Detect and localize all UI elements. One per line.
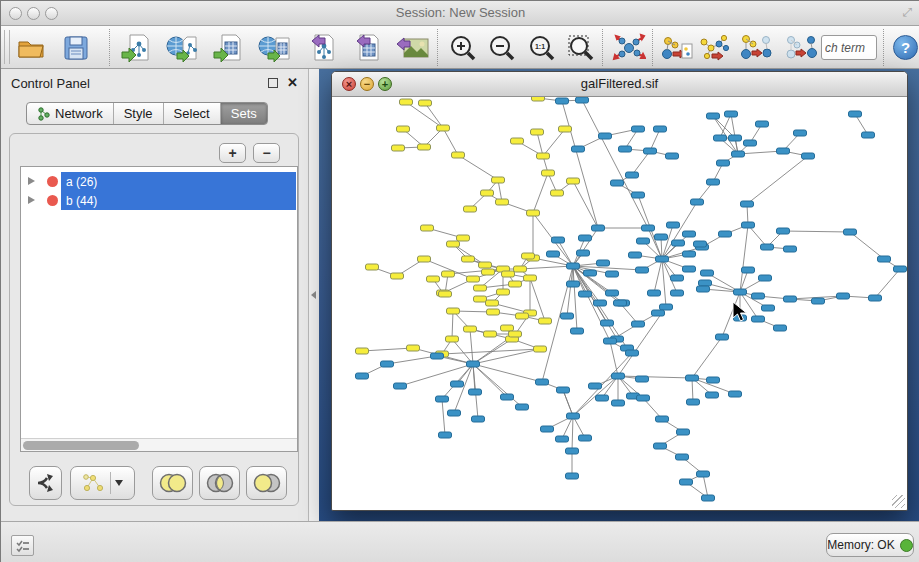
expander-triangle-icon[interactable] xyxy=(28,196,35,204)
graph-node-yellow[interactable] xyxy=(457,235,470,241)
graph-node-blue[interactable] xyxy=(654,126,667,132)
graph-node-blue[interactable] xyxy=(742,222,755,228)
export-table-button[interactable] xyxy=(350,29,386,66)
zoom-selected-button[interactable] xyxy=(563,29,599,66)
graph-node-yellow[interactable] xyxy=(539,318,552,324)
graph-node-blue[interactable] xyxy=(702,495,715,501)
graph-node-blue[interactable] xyxy=(626,350,639,356)
graph-node-blue[interactable] xyxy=(894,266,907,272)
graph-node-blue[interactable] xyxy=(501,394,514,400)
graph-node-blue[interactable] xyxy=(683,266,696,272)
select-from-file-button[interactable] xyxy=(658,29,694,66)
graph-node-blue[interactable] xyxy=(606,290,619,296)
panel-splitter[interactable] xyxy=(309,69,319,521)
graph-node-blue[interactable] xyxy=(672,240,685,246)
graph-node-blue[interactable] xyxy=(557,387,570,393)
graph-node-blue[interactable] xyxy=(699,280,712,286)
graph-node-blue[interactable] xyxy=(683,231,696,237)
graph-node-blue[interactable] xyxy=(706,392,719,398)
graph-node-blue[interactable] xyxy=(752,293,765,299)
graph-node-blue[interactable] xyxy=(691,199,704,205)
app-titlebar[interactable]: Session: New Session ⤢ xyxy=(1,1,919,26)
graph-node-yellow[interactable] xyxy=(418,144,431,150)
graph-node-blue[interactable] xyxy=(878,256,891,262)
resize-grip[interactable] xyxy=(892,495,905,508)
graph-node-blue[interactable] xyxy=(707,179,720,185)
graph-node-blue[interactable] xyxy=(734,289,747,295)
save-session-button[interactable] xyxy=(58,29,94,66)
graph-node-yellow[interactable] xyxy=(559,126,572,132)
graph-node-blue[interactable] xyxy=(655,234,668,240)
graph-node-blue[interactable] xyxy=(567,413,580,419)
union-button[interactable] xyxy=(152,466,193,500)
graph-node-yellow[interactable] xyxy=(391,273,404,279)
graph-node-blue[interactable] xyxy=(594,300,607,306)
graph-node-blue[interactable] xyxy=(671,275,684,281)
graph-node-blue[interactable] xyxy=(729,391,742,397)
export-network-button[interactable] xyxy=(305,29,341,66)
graph-node-yellow[interactable] xyxy=(452,152,465,158)
horizontal-scrollbar[interactable] xyxy=(21,438,297,451)
import-table-file-button[interactable] xyxy=(210,29,246,66)
graph-node-blue[interactable] xyxy=(619,146,632,152)
list-item-set-a[interactable]: a (26) xyxy=(21,172,297,191)
graph-node-blue[interactable] xyxy=(597,260,610,266)
hide-selected-button[interactable] xyxy=(738,29,774,66)
graph-node-blue[interactable] xyxy=(794,130,807,136)
zoom-out-button[interactable] xyxy=(484,29,520,66)
graph-node-blue[interactable] xyxy=(576,97,589,103)
zoom-actual-button[interactable]: 1:1 xyxy=(524,29,560,66)
graph-node-blue[interactable] xyxy=(654,443,667,449)
graph-node-blue[interactable] xyxy=(589,383,602,389)
graph-node-yellow[interactable] xyxy=(532,97,545,101)
graph-node-blue[interactable] xyxy=(862,132,875,138)
toolbar-drag-handle[interactable] xyxy=(4,30,10,64)
export-image-button[interactable] xyxy=(395,29,431,66)
graph-node-blue[interactable] xyxy=(579,235,592,241)
dropdown-arrow-icon[interactable] xyxy=(115,480,123,486)
graph-node-blue[interactable] xyxy=(869,295,882,301)
graph-node-blue[interactable] xyxy=(777,148,790,154)
graph-node-blue[interactable] xyxy=(579,291,592,297)
graph-node-yellow[interactable] xyxy=(446,336,459,342)
graph-node-blue[interactable] xyxy=(601,320,614,326)
graph-node-blue[interactable] xyxy=(756,121,769,127)
graph-node-blue[interactable] xyxy=(802,153,815,159)
graph-node-blue[interactable] xyxy=(671,290,684,296)
graph-node-blue[interactable] xyxy=(566,448,579,454)
graph-node-blue[interactable] xyxy=(652,310,665,316)
graph-node-blue[interactable] xyxy=(629,252,642,258)
network-canvas[interactable] xyxy=(332,97,907,510)
task-history-button[interactable] xyxy=(11,535,34,556)
graph-node-yellow[interactable] xyxy=(407,345,420,351)
add-set-button[interactable]: + xyxy=(219,143,246,163)
zoom-in-button[interactable] xyxy=(445,29,481,66)
graph-node-blue[interactable] xyxy=(448,410,461,416)
graph-node-blue[interactable] xyxy=(632,126,645,132)
first-neighbors-button[interactable] xyxy=(697,29,733,66)
graph-node-blue[interactable] xyxy=(686,375,699,381)
graph-node-yellow[interactable] xyxy=(418,256,431,262)
graph-node-blue[interactable] xyxy=(761,244,774,250)
graph-node-blue[interactable] xyxy=(606,271,619,277)
graph-node-yellow[interactable] xyxy=(567,178,580,184)
graph-node-yellow[interactable] xyxy=(397,126,410,132)
graph-node-blue[interactable] xyxy=(784,246,797,252)
graph-node-blue[interactable] xyxy=(732,151,745,157)
graph-node-blue[interactable] xyxy=(636,376,649,382)
graph-node-yellow[interactable] xyxy=(522,253,535,259)
graph-node-blue[interactable] xyxy=(683,251,696,257)
graph-node-blue[interactable] xyxy=(642,225,655,231)
graph-node-blue[interactable] xyxy=(394,383,407,389)
graph-node-blue[interactable] xyxy=(774,325,787,331)
graph-node-yellow[interactable] xyxy=(551,190,564,196)
graph-node-blue[interactable] xyxy=(604,338,617,344)
graph-node-yellow[interactable] xyxy=(537,153,550,159)
graph-node-yellow[interactable] xyxy=(447,308,460,314)
graph-node-yellow[interactable] xyxy=(509,281,522,287)
fullscreen-icon[interactable]: ⤢ xyxy=(902,5,912,19)
graph-node-yellow[interactable] xyxy=(479,262,492,268)
graph-node-blue[interactable] xyxy=(467,361,480,367)
graph-node-blue[interactable] xyxy=(626,172,639,178)
graph-node-blue[interactable] xyxy=(472,416,485,422)
